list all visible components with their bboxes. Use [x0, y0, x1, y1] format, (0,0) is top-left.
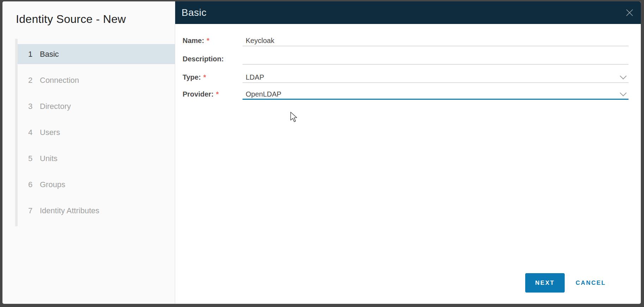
- step-identity-attributes[interactable]: 7 Identity Attributes: [18, 201, 175, 221]
- step-groups[interactable]: 6 Groups: [18, 174, 175, 195]
- screen: { "dialog": { "title": "Identity Source …: [0, 0, 644, 307]
- step-label: Directory: [40, 102, 71, 111]
- required-marker: *: [203, 73, 206, 81]
- step-number: 3: [28, 102, 40, 111]
- step-label: Basic: [40, 50, 59, 59]
- step-number: 2: [28, 76, 40, 85]
- step-number: 7: [28, 206, 40, 215]
- name-field-row: [243, 35, 628, 46]
- chevron-down-icon[interactable]: [619, 92, 627, 97]
- label-text: Provider:: [183, 90, 214, 98]
- dialog-title: Identity Source - New: [16, 13, 126, 26]
- wizard-content-panel: Basic Name:* Description: Type:*: [175, 1, 641, 304]
- type-label: Type:*: [183, 72, 206, 82]
- wizard-steps-list: 1 Basic 2 Connection 3 Directory 4 Users…: [18, 44, 175, 227]
- step-label: Connection: [40, 76, 79, 85]
- close-button[interactable]: [625, 8, 634, 17]
- label-text: Description:: [183, 55, 224, 63]
- provider-label: Provider:*: [183, 89, 219, 99]
- step-number: 1: [28, 50, 40, 59]
- identity-source-wizard-dialog: Identity Source - New 1 Basic 2 Connecti…: [2, 1, 641, 304]
- step-label: Groups: [40, 180, 65, 189]
- step-number: 4: [28, 128, 40, 137]
- provider-select[interactable]: OpenLDAP: [243, 89, 628, 100]
- required-marker: *: [216, 90, 219, 98]
- step-label: Users: [40, 128, 60, 137]
- description-field-row: [243, 54, 628, 65]
- wizard-sidebar: Identity Source - New 1 Basic 2 Connecti…: [2, 1, 175, 304]
- step-basic[interactable]: 1 Basic: [18, 44, 175, 64]
- type-select[interactable]: LDAP: [243, 72, 628, 83]
- steps-track-bar: [15, 39, 18, 226]
- step-users[interactable]: 4 Users: [18, 122, 175, 142]
- description-input[interactable]: [243, 54, 628, 64]
- chevron-down-icon[interactable]: [619, 75, 627, 80]
- step-units[interactable]: 5 Units: [18, 148, 175, 168]
- close-icon: [626, 9, 633, 17]
- step-label: Units: [40, 154, 57, 163]
- step-label: Identity Attributes: [40, 206, 99, 215]
- required-marker: *: [207, 37, 209, 44]
- name-input[interactable]: [243, 35, 628, 46]
- step-number: 6: [28, 180, 40, 189]
- provider-select-value[interactable]: OpenLDAP: [243, 89, 628, 99]
- description-label: Description:: [183, 54, 226, 64]
- cancel-button[interactable]: CANCEL: [573, 273, 609, 293]
- next-button[interactable]: NEXT: [525, 273, 565, 293]
- type-select-value[interactable]: LDAP: [243, 72, 628, 82]
- step-connection[interactable]: 2 Connection: [18, 70, 175, 90]
- panel-header: Basic: [175, 1, 641, 24]
- step-number: 5: [28, 154, 40, 163]
- label-text: Type:: [183, 73, 201, 81]
- label-text: Name:: [183, 37, 204, 44]
- name-label: Name:*: [183, 35, 209, 46]
- step-directory[interactable]: 3 Directory: [18, 96, 175, 116]
- panel-title: Basic: [182, 7, 207, 18]
